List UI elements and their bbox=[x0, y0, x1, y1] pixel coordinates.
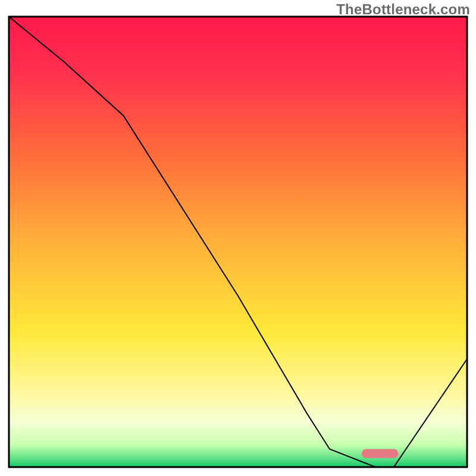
chart-container: TheBottleneck.com bbox=[0, 0, 476, 476]
plot-area bbox=[9, 17, 467, 467]
optimal-marker bbox=[362, 449, 399, 458]
gradient-background bbox=[9, 17, 467, 467]
bottleneck-chart bbox=[0, 0, 476, 476]
watermark-text: TheBottleneck.com bbox=[336, 1, 470, 18]
